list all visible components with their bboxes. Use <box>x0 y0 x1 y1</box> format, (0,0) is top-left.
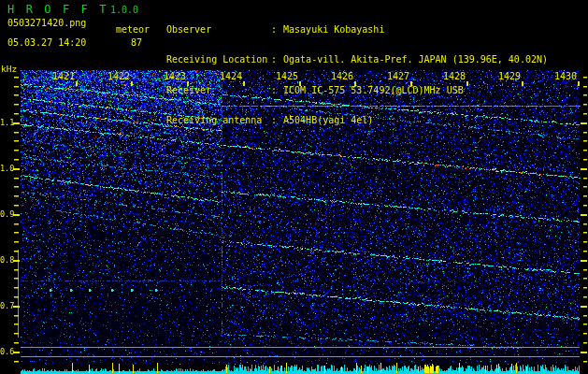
datetime-label: 05.03.27 14:20 <box>7 38 86 48</box>
info-label: Observer <box>166 25 271 35</box>
y-tick-label: 0.7 <box>0 302 12 310</box>
info-row-receiver: Receiver:ICOM IC-575 53.7492(@LCD)MHz US… <box>166 86 548 97</box>
y-tick-label: 0.8 <box>0 256 12 265</box>
y-tick-label: 1.0 <box>0 165 12 173</box>
info-label: Receiving antenna <box>166 116 271 125</box>
hrofft-window: H R O F F T 1.0.0 0503271420.png meteor … <box>0 0 588 374</box>
info-row-antenna: Receiving antenna:A504HB(yagi 4el) <box>166 116 548 127</box>
x-tick-label: 1422 <box>104 72 130 81</box>
x-tick-label: 1430 <box>551 72 577 81</box>
version-label: 1.0.0 <box>110 6 138 15</box>
info-value: ICOM IC-575 53.7492(@LCD)MHz USB <box>283 86 464 95</box>
info-colon: : <box>271 86 277 95</box>
info-label: Receiver <box>166 86 271 95</box>
x-tick-label: 1421 <box>49 72 75 81</box>
x-tick-label: 1423 <box>160 72 186 81</box>
x-tick-label: 1425 <box>272 72 298 81</box>
y-axis-unit-label: kHz <box>1 65 17 74</box>
x-tick-label: 1429 <box>495 72 521 81</box>
info-row-observer: Observer:Masayuki Kobayashi <box>166 25 548 36</box>
y-tick-label: 1.1 <box>0 119 12 127</box>
info-label: Receiving Location <box>166 55 271 65</box>
x-tick-label: 1427 <box>383 72 409 81</box>
info-value: Masayuki Kobayashi <box>283 25 384 35</box>
info-row-location: Receiving Location:Ogata-vill. Akita-Pre… <box>166 55 548 66</box>
x-tick-label: 1428 <box>439 72 466 81</box>
x-tick-label: 1424 <box>216 72 242 81</box>
info-value: A504HB(yagi 4el) <box>283 116 373 125</box>
y-tick-label: 0.9 <box>0 210 12 219</box>
x-tick-label: 1426 <box>327 72 353 81</box>
mode-label: meteor <box>116 25 150 35</box>
filename-label: 0503271420.png <box>7 19 86 28</box>
info-colon: : <box>271 25 277 35</box>
meteor-count: 87 <box>125 38 148 48</box>
info-colon: : <box>271 55 277 65</box>
info-colon: : <box>271 116 277 125</box>
y-tick-label: 0.6 <box>0 348 12 356</box>
info-value: Ogata-vill. Akita-Pref. JAPAN (139.96E, … <box>283 55 548 65</box>
app-title: H R O F F T <box>7 4 108 15</box>
